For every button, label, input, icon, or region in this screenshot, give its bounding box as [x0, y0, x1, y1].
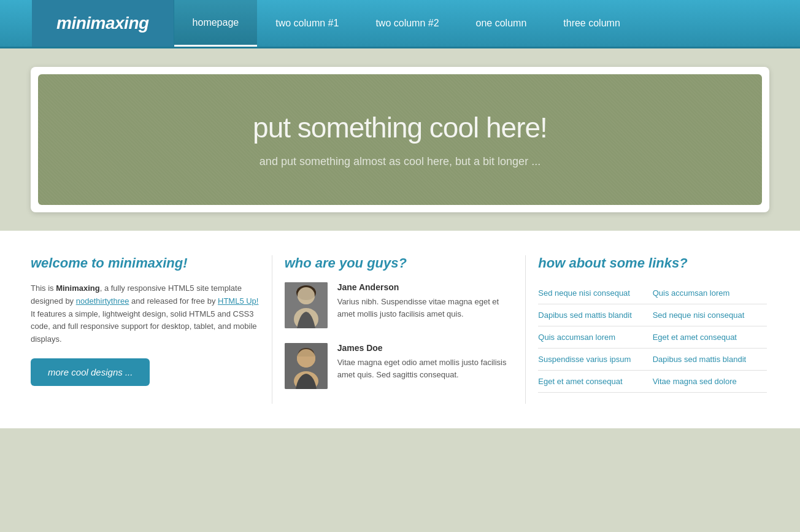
nav-item-homepage[interactable]: homepage [174, 0, 258, 47]
member-bio-0: Varius nibh. Suspendisse vitae magna ege… [337, 296, 513, 320]
link-3[interactable]: Sed neque nisi consequat [653, 310, 745, 320]
main-content: welcome to minimaxing! This is Minimaxin… [0, 231, 800, 428]
link-item-3: Sed neque nisi consequat [653, 304, 767, 326]
team-list: Jane AndersonVarius nibh. Suspendisse vi… [285, 282, 513, 389]
more-designs-button[interactable]: more cool designs ... [31, 358, 150, 386]
link-item-4: Quis accumsan lorem [538, 326, 652, 349]
link-nodethirtythree[interactable]: nodethirtythree [76, 296, 129, 306]
link-9[interactable]: Vitae magna sed dolore [653, 377, 737, 386]
column-links: how about some links? Sed neque nisi con… [525, 255, 767, 404]
hero-inner: put something cool here! and put somethi… [38, 74, 762, 205]
member-info-1: James DoeVitae magna eget odio amet moll… [337, 343, 513, 380]
svg-point-5 [298, 287, 315, 304]
column1-title: welcome to minimaxing! [31, 255, 260, 271]
nav-item-one-column[interactable]: one column [458, 0, 545, 47]
link-5[interactable]: Eget et amet consequat [653, 333, 737, 342]
link-item-1: Quis accumsan lorem [653, 282, 767, 304]
avatar-female [285, 282, 328, 328]
link-item-0: Sed neque nisi consequat [538, 282, 652, 304]
member-info-0: Jane AndersonVarius nibh. Suspendisse vi… [337, 282, 513, 320]
link-0[interactable]: Sed neque nisi consequat [538, 288, 630, 298]
logo: minimaxing [56, 13, 149, 33]
header: minimaxing homepagetwo column #1two colu… [0, 0, 800, 48]
member-name-1: James Doe [337, 343, 513, 353]
nav-item-two-column-#1[interactable]: two column #1 [257, 0, 357, 47]
link-2[interactable]: Dapibus sed mattis blandit [538, 310, 631, 320]
hero-section: put something cool here! and put somethi… [0, 48, 800, 231]
link-item-7: Dapibus sed mattis blandit [653, 349, 767, 371]
link-4[interactable]: Quis accumsan lorem [538, 333, 615, 342]
links-grid: Sed neque nisi consequatQuis accumsan lo… [538, 282, 767, 393]
hero-title: put something cool here! [50, 111, 750, 144]
hero-container: put something cool here! and put somethi… [31, 67, 769, 212]
link-8[interactable]: Eget et amet consequat [538, 377, 622, 386]
column1-body: This is Minimaxing, a fully responsive H… [31, 282, 260, 346]
team-member-1: James DoeVitae magna eget odio amet moll… [285, 343, 513, 389]
link-item-6: Suspendisse varius ipsum [538, 349, 652, 371]
team-member-0: Jane AndersonVarius nibh. Suspendisse vi… [285, 282, 513, 328]
column3-title: how about some links? [538, 255, 767, 271]
logo-area: minimaxing [32, 0, 174, 47]
link-item-9: Vitae magna sed dolore [653, 371, 767, 393]
nav-item-two-column-#2[interactable]: two column #2 [357, 0, 457, 47]
link-7[interactable]: Dapibus sed mattis blandit [653, 355, 746, 364]
nav: homepagetwo column #1two column #2one co… [174, 0, 768, 47]
hero-subtitle: and put something almost as cool here, b… [50, 155, 750, 168]
link-html5up[interactable]: HTML5 Up! [218, 296, 258, 306]
column2-title: who are you guys? [285, 255, 513, 271]
column-team: who are you guys? Jane AndersonVarius ni… [272, 255, 526, 404]
link-item-8: Eget et amet consequat [538, 371, 652, 393]
link-1[interactable]: Quis accumsan lorem [653, 288, 730, 298]
link-6[interactable]: Suspendisse varius ipsum [538, 355, 631, 364]
member-bio-1: Vitae magna eget odio amet mollis justo … [337, 357, 513, 380]
member-name-0: Jane Anderson [337, 282, 513, 292]
link-item-2: Dapibus sed mattis blandit [538, 304, 652, 326]
nav-item-three-column[interactable]: three column [545, 0, 639, 47]
link-item-5: Eget et amet consequat [653, 326, 767, 349]
columns: welcome to minimaxing! This is Minimaxin… [31, 255, 767, 404]
svg-point-9 [297, 349, 315, 368]
avatar-male [285, 343, 328, 389]
column-welcome: welcome to minimaxing! This is Minimaxin… [31, 255, 272, 404]
